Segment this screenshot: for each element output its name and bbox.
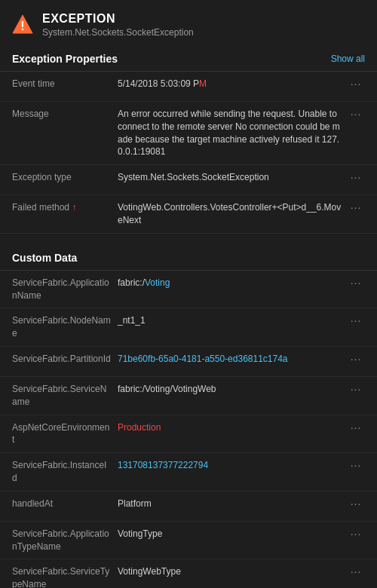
property-key-exception-type: Exception type [12,171,118,184]
more-options-button[interactable]: ··· [347,565,365,577]
custom-data-title: Custom Data [12,252,77,264]
property-value-servicename: fabric:/Voting/VotingWeb [118,383,344,396]
exception-properties-title: Exception Properties [12,53,118,65]
property-value-failed-method: VotingWeb.Controllers.VotesController+<P… [118,201,344,227]
more-options-button[interactable]: ··· [347,108,365,120]
property-key-apptypename: ServiceFabric.ApplicationTypeName [12,528,118,553]
property-value-servicetypename: VotingWebType [118,565,344,578]
more-options-button[interactable]: ··· [347,459,365,471]
more-options-button[interactable]: ··· [347,201,365,213]
custom-data-header: Custom Data [0,246,377,271]
property-value-aspnetenv: Production [118,421,344,434]
property-key-nodename: ServiceFabric.NodeName [12,314,118,340]
property-key-servicetypename: ServiceFabric.ServiceTypeName [12,565,118,588]
property-key-message: Message [12,108,118,121]
property-value-message: An error occurred while sending the requ… [118,108,344,158]
table-row: ServiceFabric.InstanceId 131708137377222… [0,453,377,492]
show-all-link[interactable]: Show all [331,54,365,64]
warning-icon: ! [12,14,33,35]
property-value-apptypename: VotingType [118,528,344,541]
property-value-partitionid: 71be60fb-65a0-4181-a550-ed36811c174a [118,353,344,366]
more-options-button[interactable]: ··· [347,383,365,395]
more-options-button[interactable]: ··· [347,314,365,326]
property-key-aspnetenv: AspNetCoreEnvironment [12,421,118,447]
property-key-event-time: Event time [12,78,118,90]
more-options-button[interactable]: ··· [347,353,365,365]
property-value-nodename: _nt1_1 [118,314,344,327]
header-text: EXCEPTION System.Net.Sockets.SocketExcep… [42,12,194,38]
table-row: ServiceFabric.ServiceTypeName VotingWebT… [0,559,377,588]
exception-title: EXCEPTION [42,12,194,26]
svg-text:!: ! [20,20,24,32]
property-key-partitionid: ServiceFabric.PartitionId [12,353,118,366]
property-value-instanceid: 131708137377222794 [118,459,344,472]
table-row: AspNetCoreEnvironment Production ··· [0,415,377,454]
table-row: ServiceFabric.PartitionId 71be60fb-65a0-… [0,347,377,377]
table-row: ServiceFabric.ApplicationTypeName Voting… [0,522,377,560]
more-options-button[interactable]: ··· [347,528,365,540]
property-value-appname: fabric:/Voting [118,277,344,289]
table-row: Message An error occurred while sending … [0,102,377,165]
table-row: Failed method ↑ VotingWeb.Controllers.Vo… [0,195,377,234]
property-value-event-time: 5/14/2018 5:03:09 PM [118,78,344,90]
more-options-button[interactable]: ··· [347,421,365,433]
more-options-button[interactable]: ··· [347,277,365,289]
table-row: ServiceFabric.ApplicationName fabric:/Vo… [0,271,377,309]
exception-header: ! EXCEPTION System.Net.Sockets.SocketExc… [0,0,377,47]
property-key-servicename: ServiceFabric.ServiceName [12,383,118,409]
table-row: ServiceFabric.NodeName _nt1_1 ··· [0,308,377,347]
property-value-exception-type: System.Net.Sockets.SocketException [118,171,344,184]
exception-subtitle: System.Net.Sockets.SocketException [42,27,194,38]
property-key-failed-method: Failed method ↑ [12,201,118,214]
property-value-handledat: Platform [118,498,344,510]
property-key-handledat: handledAt [12,498,118,510]
more-options-button[interactable]: ··· [347,498,365,510]
custom-data-section: Custom Data ServiceFabric.ApplicationNam… [0,246,377,588]
property-key-appname: ServiceFabric.ApplicationName [12,277,118,302]
exception-properties-header: Exception Properties Show all [0,47,377,72]
more-options-button[interactable]: ··· [347,78,365,90]
property-key-instanceid: ServiceFabric.InstanceId [12,459,118,485]
more-options-button[interactable]: ··· [347,171,365,183]
exception-properties-section: Exception Properties Show all Event time… [0,47,377,240]
table-row: Exception type System.Net.Sockets.Socket… [0,165,377,195]
table-row: ServiceFabric.ServiceName fabric:/Voting… [0,377,377,415]
table-row: handledAt Platform ··· [0,492,377,522]
table-row: Event time 5/14/2018 5:03:09 PM ··· [0,72,377,102]
